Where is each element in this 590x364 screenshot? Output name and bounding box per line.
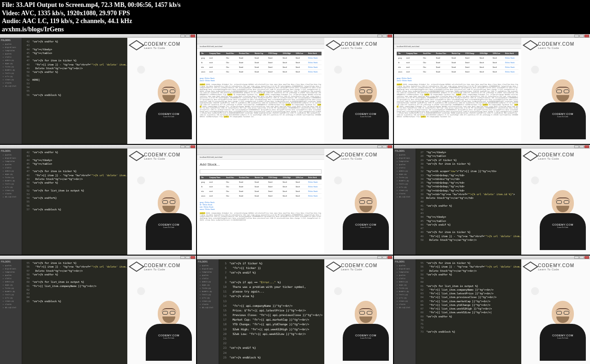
folder-item[interactable]: ▸ quotes <box>1 42 21 46</box>
stock-table: TkrCompany NameStock PricePrevious Close… <box>200 176 322 198</box>
code-editor[interactable]: 42"cm">{% endfor %} 43 44"tg"></tbody> 4… <box>22 38 127 144</box>
window-titlebar <box>0 34 196 38</box>
minimize-button[interactable] <box>377 35 382 37</box>
thumb-8: FOLDERS▸ quotes▸ migrations▸ templates▸ … <box>197 256 393 364</box>
folder-sidebar[interactable]: FOLDERS ▸ quotes▸ migrations▸ templates▸… <box>0 38 22 144</box>
thumb-3: localhost:8000/add_stock.html TkrCompany… <box>394 34 590 144</box>
instructor-portrait: CODEMY.COMLearn To Code <box>340 79 391 144</box>
api-output: symbol GOOGL companyName Alphabet Inc. p… <box>397 84 518 118</box>
cube-icon <box>523 151 538 161</box>
folder-item[interactable]: ▸ admin.py <box>1 59 21 62</box>
cube-icon <box>523 40 538 50</box>
folder-item[interactable]: ▸ quotes <box>1 52 21 55</box>
folder-item[interactable]: ▸ static <box>1 55 21 59</box>
code-editor[interactable]: 42"cm">{% endfor %} 43 44"tg"></tbody> 4… <box>22 149 127 255</box>
folder-item[interactable]: ▸ urls.py <box>1 75 21 78</box>
browser-window: localhost:8000/add_stock.html TkrCompany… <box>394 38 521 144</box>
thumb-5: localhost:8000/add_stock.html Add Stock.… <box>197 145 393 255</box>
window-titlebar <box>197 34 393 38</box>
maximize-button[interactable] <box>382 35 387 37</box>
folder-item[interactable]: ▸ apps.py <box>1 62 21 65</box>
thumb-1: FOLDERS ▸ quotes▸ migrations▸ templates▸… <box>0 34 196 144</box>
ticker-input[interactable] <box>200 169 322 174</box>
minimize-button[interactable] <box>180 35 185 37</box>
brand-panel: CODEMY.COM Learn To Code CODEMY.COMLearn… <box>127 38 196 144</box>
file-info: File: 33.API Output to Screen.mp4, 72.3 … <box>2 1 588 9</box>
browser-window: localhost:8000/add_stock.html TkrCompany… <box>197 38 324 144</box>
audio-info: Audio: AAC LC, 119 kb/s, 2 channels, 44.… <box>2 17 588 25</box>
thumb-7: FOLDERS▸ quotes▸ migrations▸ templates▸ … <box>0 256 196 364</box>
cube-icon <box>523 262 538 272</box>
cube-icon <box>129 151 144 161</box>
api-output: symbol GOOGL companyName Alphabet Inc. p… <box>200 84 322 118</box>
video-info: Video: AVC, 1335 kb/s, 1920x1080, 29.970… <box>2 9 588 18</box>
stock-link[interactable]: amzn - Delete Stock <box>200 79 322 82</box>
code-editor[interactable]: 5"cm">{% if ticker %} 6 "fn">{{ ticker }… <box>219 259 324 364</box>
url-bar[interactable]: localhost:8000/add_stock.html <box>197 44 324 49</box>
thumbnail-grid: FOLDERS ▸ quotes▸ migrations▸ templates▸… <box>0 34 590 364</box>
close-button[interactable] <box>191 35 195 37</box>
folder-item[interactable]: ▸ templates <box>1 49 21 52</box>
code-editor[interactable]: 27"tg"></tbody> 28"tg"></table> 29"cm">{… <box>416 149 521 255</box>
maximize-button[interactable] <box>185 35 190 37</box>
brand-tagline: Learn To Code <box>341 47 377 49</box>
folder-item[interactable]: ▸ migrations <box>1 46 21 49</box>
instructor-portrait: CODEMY.COMLearn To Code <box>143 79 194 144</box>
cube-icon <box>326 262 341 272</box>
stock-table: TkrCompany NameStock PricePrevious Close… <box>200 52 322 74</box>
cube-icon <box>326 151 341 161</box>
browser-tabs[interactable] <box>197 38 324 44</box>
folder-item[interactable]: ▸ forms.py <box>1 65 21 68</box>
brand-tagline: Learn To Code <box>144 47 180 49</box>
code-editor[interactable]: 55"cm">{% for item in ticker %} 56 "fn">… <box>416 259 521 364</box>
folder-item[interactable]: ▸ db.sqlite3 <box>1 84 21 88</box>
brand-name: CODEMY.COM <box>144 42 180 47</box>
thumb-6: FOLDERS▸ quotes▸ migrations▸ templates▸ … <box>394 145 590 255</box>
thumb-4: FOLDERS▸ quotes▸ migrations▸ templates▸ … <box>0 145 196 255</box>
cube-icon <box>326 40 341 50</box>
close-button[interactable] <box>387 35 392 37</box>
page-title: Add Stock... <box>200 162 322 167</box>
thumb-9: FOLDERS▸ quotes▸ migrations▸ templates▸ … <box>394 256 590 364</box>
cube-icon <box>129 40 144 50</box>
folder-item[interactable]: ▸ models.py <box>1 68 21 72</box>
folder-item[interactable]: ▸ views.py <box>1 78 21 81</box>
cube-icon <box>129 262 144 272</box>
brand-panel: CODEMY.COM Learn To Code CODEMY.COMLearn… <box>324 38 393 144</box>
folder-item[interactable]: ▸ stocks <box>1 81 21 84</box>
folder-header: FOLDERS <box>1 39 21 42</box>
stock-table: TkrCompany NameStock PricePrevious Close… <box>397 52 518 74</box>
media-info-header: File: 33.API Output to Screen.mp4, 72.3 … <box>0 0 590 34</box>
thumb-2: localhost:8000/add_stock.html TkrCompany… <box>197 34 393 144</box>
code-editor[interactable]: 55"cm">{% for item in ticker %} 56 "fn">… <box>22 259 127 364</box>
folder-sidebar[interactable]: FOLDERS▸ quotes▸ migrations▸ templates▸ … <box>0 149 22 255</box>
folder-item[interactable]: ▸ tests.py <box>1 72 21 75</box>
brand-name: CODEMY.COM <box>341 42 377 47</box>
watermark: avxhm.is/blogs/IrGens <box>2 25 588 34</box>
